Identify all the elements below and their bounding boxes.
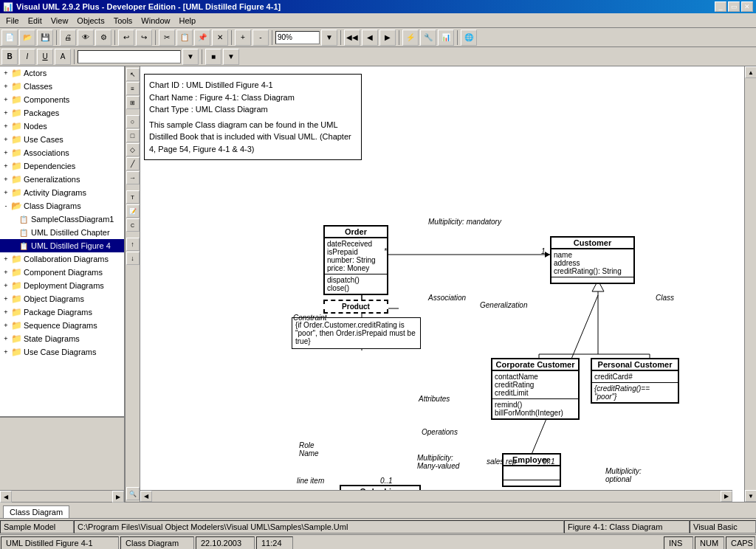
tree-item-uml-distilled-fig4[interactable]: 📋 UML Distilled Figure 4 [0,239,124,252]
italic-button[interactable]: I [19,49,35,65]
select-tool[interactable]: ↖ [126,68,140,81]
tab-class-diagram[interactable]: Class Diagram [3,505,69,518]
text-dropdown-arrow[interactable]: ▼ [182,49,199,65]
tool3-button[interactable]: 📊 [438,30,454,46]
class-label: Class [656,294,674,302]
tree-item-nodes[interactable]: + 📁 Nodes [0,120,124,133]
tool-class[interactable]: C [126,218,140,232]
tree-item-classes[interactable]: + 📁 Classes [0,80,124,93]
diagram-canvas[interactable]: Chart ID : UML Distilled Figure 4-1 Char… [140,66,744,502]
menu-objects[interactable]: Objects [72,15,109,27]
cut-button[interactable]: ✂ [159,30,175,46]
font-tool-button[interactable]: A [55,49,71,65]
tree-item-packages[interactable]: + 📁 Packages [0,106,124,120]
scroll-right[interactable]: ▶ [721,491,732,502]
tool-zoom[interactable]: 🔍 [126,487,140,500]
forward-button[interactable]: ▶ [379,30,396,46]
tree-scrollbar-h[interactable]: ◀ ▶ [0,490,126,502]
canvas-scrollbar-v[interactable]: ▲ ▼ [744,66,756,502]
tree-item-uml-distilled-chapter[interactable]: 📋 UML Distilled Chapter [0,226,124,239]
style-dropdown[interactable]: ▼ [223,49,239,65]
delete-button[interactable]: ✕ [212,30,228,46]
tree-item-usecases[interactable]: + 📁 Use Cases [0,133,124,146]
folder-icon: 📁 [10,94,22,106]
minimize-button[interactable]: _ [715,1,726,12]
minus-button[interactable]: - [252,30,269,46]
tree-item-components[interactable]: + 📁 Components [0,93,124,106]
print-preview-button[interactable]: 👁 [78,30,94,46]
redo-button[interactable]: ↪ [136,30,152,46]
tree-item-class-diagrams[interactable]: - 📂 Class Diagrams [0,199,124,213]
tool-zoom-in[interactable]: ⊞ [126,96,140,109]
tool-move-down[interactable]: ↓ [126,252,140,265]
undo-button[interactable]: ↩ [118,30,134,46]
tool-scroll[interactable]: ≡ [126,82,140,95]
bold-button[interactable]: B [1,49,18,65]
menu-window[interactable]: Window [137,15,174,27]
print-button[interactable]: 🖨 [60,30,76,46]
tool-move-up[interactable]: ↑ [126,238,140,251]
close-button[interactable]: ✕ [741,1,753,12]
add-button[interactable]: + [235,30,251,46]
customer-class[interactable]: Customer name address creditRating(): St… [550,236,635,284]
folder-icon: 📁 [10,320,22,331]
zoom-dropdown[interactable]: 90% [275,31,320,44]
back-button[interactable]: ◀ [362,30,378,46]
style-button[interactable]: ■ [205,49,221,65]
tree-item-generalizations[interactable]: + 📁 Generalizations [0,173,124,186]
employee-methods [504,480,560,486]
scroll-up[interactable]: ▲ [745,66,756,78]
restore-button[interactable]: ▭ [728,1,740,12]
tree-item-associations[interactable]: + 📁 Associations [0,146,124,159]
tree-item-activity-diagrams[interactable]: + 📁 Activity Diagrams [0,186,124,199]
tool-rect[interactable]: □ [126,129,140,142]
menu-help[interactable]: Help [174,15,200,27]
canvas-scrollbar-h[interactable]: ◀ ▶ [140,490,732,502]
tree-item-state-diagrams[interactable]: + 📁 State Diagrams [0,332,124,345]
tool1-button[interactable]: ⚡ [402,30,419,46]
scroll-down[interactable]: ▼ [745,490,756,502]
new-button[interactable]: 📄 [1,30,18,46]
personal-customer-class[interactable]: Personal Customer creditCard# {creditRat… [591,358,679,404]
tree-item-component-diagrams[interactable]: + 📁 Component Diagrams [0,266,124,279]
scroll-left[interactable]: ◀ [140,491,152,502]
tree-item-object-diagrams[interactable]: + 📁 Object Diagrams [0,292,124,305]
order-class[interactable]: Order dateReceived isPrepaid number: Str… [323,225,388,295]
menu-file[interactable]: File [1,15,24,27]
save-button[interactable]: 💾 [37,30,53,46]
tree-label: Use Cases [24,135,63,144]
tool-text[interactable]: T [126,190,140,204]
scroll-left-arrow[interactable]: ◀ [0,491,12,503]
scroll-htrack[interactable] [152,491,721,502]
menu-tools[interactable]: Tools [109,15,137,27]
tree-item-package-diagrams[interactable]: + 📁 Package Diagrams [0,305,124,319]
underline-button[interactable]: U [37,49,53,65]
menu-view[interactable]: View [47,15,73,27]
globe-button[interactable]: 🌐 [461,30,477,46]
tree-item-sample-class[interactable]: 📋 SampleClassDiagram1 [0,213,124,226]
tree-item-usecase-diagrams[interactable]: + 📁 Use Case Diagrams [0,345,124,359]
tree-item-collaboration-diagrams[interactable]: + 📁 Collaboration Diagrams [0,252,124,266]
tool-line[interactable]: ╱ [126,157,140,170]
tree-item-sequence-diagrams[interactable]: + 📁 Sequence Diagrams [0,319,124,332]
tool-arrow[interactable]: → [126,171,140,184]
tool-note[interactable]: 📝 [126,204,140,218]
print-setup-button[interactable]: ⚙ [95,30,111,46]
tree-item-dependencies[interactable]: + 📁 Dependencies [0,159,124,173]
tool-circle[interactable]: ○ [126,115,140,128]
menu-edit[interactable]: Edit [24,15,47,27]
titlebar: 📊 Visual UML 2.9.2 Plus - Developer Edit… [0,0,756,13]
tree-item-actors[interactable]: + 📁 Actors [0,66,124,80]
corporate-customer-class[interactable]: Corporate Customer contactName creditRat… [491,358,580,420]
open-button[interactable]: 📂 [19,30,35,46]
zoom-dropdown-arrow[interactable]: ▼ [321,30,337,46]
scroll-vtrack[interactable] [745,78,756,490]
prev-button[interactable]: ◀◀ [344,30,360,46]
tool-diamond[interactable]: ◇ [126,143,140,156]
text-input[interactable] [78,50,181,63]
tree-item-deployment-diagrams[interactable]: + 📁 Deployment Diagrams [0,279,124,292]
paste-button[interactable]: 📌 [194,30,210,46]
scroll-right-arrow[interactable]: ▶ [112,491,124,503]
tool2-button[interactable]: 🔧 [420,30,436,46]
copy-button[interactable]: 📋 [176,30,193,46]
